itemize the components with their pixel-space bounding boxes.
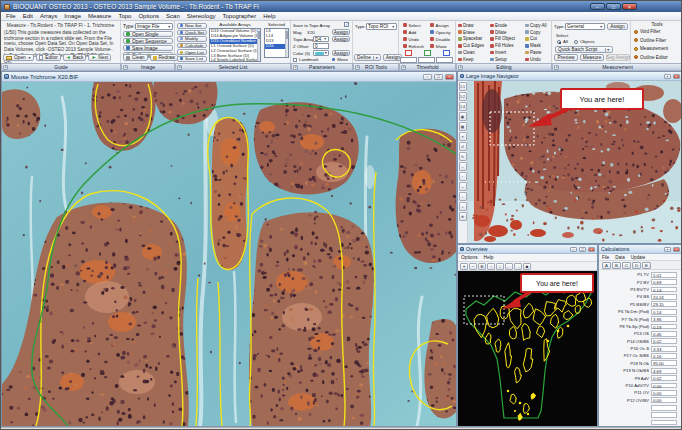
tool-item[interactable]: Outline Editor [634, 55, 668, 60]
editing-button[interactable]: Erode [490, 22, 524, 29]
pan-right-icon[interactable]: → [514, 263, 522, 270]
tool-item[interactable]: Void Filter [634, 29, 668, 34]
z-offset-input[interactable]: 0 [313, 43, 329, 49]
editing-button[interactable]: Draw [458, 22, 489, 29]
pan-left-icon[interactable]: ← [505, 263, 513, 270]
guide-editor-button[interactable]: Editor [36, 54, 61, 61]
selected-arrays-list[interactable]: L3L14D13D15 [264, 28, 289, 58]
calculations-tab[interactable]: E [642, 262, 651, 269]
menu-item[interactable]: Topographer [222, 13, 256, 19]
overview-close-button[interactable]: × [588, 247, 595, 252]
menu-item[interactable]: Stereology [187, 13, 216, 19]
minimize-button[interactable]: − [590, 3, 605, 10]
select-region-icon[interactable]: ▣ [459, 112, 467, 121]
threshold-button[interactable]: Show [427, 43, 455, 49]
menu-item[interactable]: Arrays [40, 13, 57, 19]
zoom-1-1-icon[interactable]: 1:1 [459, 82, 467, 91]
tool-item[interactable]: Outline Filter [634, 38, 668, 43]
threshold-button[interactable]: Disable [427, 36, 455, 42]
preview-button[interactable]: Preview [554, 54, 578, 61]
image-button[interactable]: Save Image [123, 45, 173, 51]
overview-menu-item[interactable]: Help [484, 255, 494, 260]
radio-objects[interactable] [574, 40, 578, 44]
landmark-checkbox[interactable] [293, 58, 297, 62]
red-channel-box[interactable] [405, 50, 412, 56]
section-collapse-button[interactable]: ◂ [554, 65, 559, 70]
editing-button[interactable]: Fill Holes [490, 42, 524, 49]
calculations-tab[interactable]: A [602, 262, 611, 269]
rotate-left-icon[interactable]: ↺ [459, 142, 467, 151]
list-button[interactable]: New Set [177, 23, 207, 29]
zoom-in-icon[interactable]: + [460, 263, 468, 270]
redraw-button[interactable]: Redraw [150, 54, 179, 61]
define-button[interactable]: Define▼ [354, 54, 381, 61]
layers-icon[interactable]: ≡ [459, 132, 467, 141]
editing-button[interactable]: Undo [525, 56, 553, 63]
section-collapse-button[interactable]: ◂ [293, 65, 298, 70]
threshold-button[interactable]: Add [400, 29, 426, 35]
color-assign-button[interactable]: Assign [332, 50, 350, 56]
editing-button[interactable]: Cut [525, 36, 553, 43]
calculations-pin-button[interactable]: ▪ [664, 247, 671, 252]
section-collapse-button[interactable]: ◂ [123, 65, 128, 70]
scrollbar[interactable] [285, 29, 288, 57]
crosshair-icon[interactable]: + [459, 202, 467, 211]
image-type-select[interactable]: Image File▼ [135, 23, 173, 30]
trichrome-histology-image[interactable] [2, 82, 456, 426]
list-button[interactable]: Open List [177, 49, 207, 55]
grid-icon[interactable]: ▦ [459, 122, 467, 131]
editing-button[interactable]: Clean [458, 49, 489, 56]
zoom-1-4-icon[interactable]: 1:4 [459, 102, 467, 111]
editing-button[interactable]: Erase [458, 29, 489, 36]
pan-right-icon[interactable]: → [459, 182, 467, 191]
green-channel-box[interactable] [424, 50, 431, 56]
editing-button[interactable]: Setup [490, 56, 524, 63]
calculations-menu-item[interactable]: File [602, 255, 609, 260]
section-collapse-button[interactable]: ◂ [458, 65, 463, 70]
threshold-button[interactable]: Select [400, 22, 426, 28]
clean-button[interactable]: Clean [123, 54, 148, 61]
editing-button[interactable]: Keep [458, 56, 489, 63]
zoom-out-icon[interactable]: − [469, 263, 477, 270]
array-list-item[interactable]: L4 Single Labeled Surface (D) [210, 58, 260, 62]
pan-down-icon[interactable]: ↓ [496, 263, 504, 270]
list-button[interactable]: Calculate [177, 43, 207, 49]
meas-type-select[interactable]: General▼ [565, 23, 605, 30]
navigator-title-bar[interactable]: Large Image Navigator ▪ × [458, 72, 682, 81]
close-button[interactable]: × [622, 3, 637, 10]
calculations-tab[interactable]: C [622, 262, 631, 269]
menu-item[interactable]: File [6, 13, 16, 19]
pan-down-icon[interactable]: ↓ [459, 192, 467, 201]
zoom-1-2-icon[interactable]: 1:2 [459, 92, 467, 101]
editing-button[interactable]: Paste [525, 49, 553, 56]
quick-batch-button[interactable]: Quick Batch Script▼ [555, 46, 613, 53]
editing-button[interactable]: Invert [490, 49, 524, 56]
overview-title-bar[interactable]: Overview − □ × [458, 245, 597, 254]
window-close-button[interactable]: × [445, 74, 454, 80]
navigator-pin-button[interactable]: ▪ [664, 74, 671, 79]
mag-assign-button[interactable]: Assign [332, 29, 350, 35]
calculations-tab[interactable]: B [612, 262, 621, 269]
image-button[interactable]: Open Single [123, 31, 173, 37]
stop-icon[interactable]: ■ [523, 263, 531, 270]
measure-button[interactable]: Measure [580, 54, 604, 61]
threshold-button[interactable]: Undo [400, 36, 426, 42]
guide-open-button[interactable]: Open▼ [3, 54, 34, 61]
pan-left-icon[interactable]: ← [459, 162, 467, 171]
save-topo-checkbox[interactable]: ✓ [344, 22, 349, 27]
list-button[interactable]: Save List [177, 56, 207, 62]
editing-button[interactable]: Fill Object [490, 36, 524, 43]
pan-up-icon[interactable]: ↑ [487, 263, 495, 270]
editing-button[interactable]: Dilate [490, 29, 524, 36]
menu-item[interactable]: Measure [88, 13, 111, 19]
roi-type-select[interactable]: Topo ROI▼ [366, 23, 397, 30]
guide-back-button[interactable]: ◄Back [63, 54, 87, 61]
list-button[interactable]: Quick Set [177, 30, 207, 36]
hand-icon[interactable]: ⊕ [459, 212, 467, 221]
pan-up-icon[interactable]: ↑ [459, 172, 467, 181]
rotate-right-icon[interactable]: ↻ [459, 152, 467, 161]
editing-button[interactable]: Mask [525, 42, 553, 49]
editing-button[interactable]: Spacebar [458, 36, 489, 43]
maximize-button[interactable]: □ [606, 3, 621, 10]
section-collapse-button[interactable]: ◂ [401, 65, 406, 70]
